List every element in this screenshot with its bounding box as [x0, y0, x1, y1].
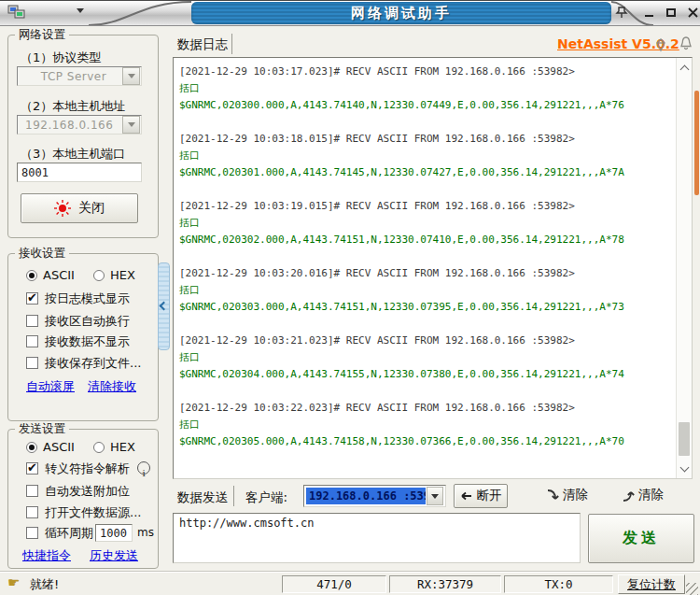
recv-settings-title: 接收设置	[15, 247, 69, 260]
rx-counter: RX:37379	[389, 575, 501, 593]
host-port-input[interactable]	[17, 163, 142, 182]
log-content: [2021-12-29 10:03:17.023]# RECV ASCII FR…	[174, 58, 677, 478]
log-scrollbar[interactable]	[676, 58, 692, 478]
chevron-down-icon	[431, 494, 439, 499]
log-entry: [2021-12-29 10:03:20.016]# RECV ASCII FR…	[179, 265, 671, 316]
chevron-left-icon	[160, 302, 169, 311]
send-hex-label: HEX	[110, 440, 135, 454]
disconnect-button[interactable]: 断开	[454, 484, 508, 508]
data-send-label: 数据发送	[177, 489, 228, 506]
send-ascii-radio[interactable]	[26, 442, 37, 453]
app-menu-arrow-icon[interactable]	[77, 8, 84, 13]
pin-icon[interactable]	[614, 5, 629, 23]
maximize-icon	[666, 8, 676, 17]
log-mode-label: 按日志模式显示	[45, 290, 130, 307]
protocol-type-label: （1）协议类型	[21, 50, 101, 66]
chevron-down-icon	[128, 74, 135, 78]
protocol-type-combobox: TCP Server	[17, 66, 142, 86]
log-mode-checkbox[interactable]	[26, 292, 38, 305]
tab-data-log[interactable]: 数据日志	[177, 36, 228, 53]
bell-icon[interactable]	[679, 35, 693, 55]
sendbar-separator	[233, 486, 234, 506]
auto-append-checkbox[interactable]	[26, 485, 38, 497]
titlebar[interactable]: 网络调试助手	[0, 1, 700, 26]
log-area[interactable]: [2021-12-29 10:03:17.023]# RECV ASCII FR…	[173, 57, 693, 479]
resize-grip[interactable]	[686, 583, 698, 595]
minimize-icon	[645, 15, 653, 17]
protocol-type-value: TCP Server	[18, 70, 122, 83]
network-settings-title: 网络设置	[15, 28, 69, 41]
file-source-label: 打开文件数据源...	[45, 504, 141, 521]
maximize-button[interactable]	[663, 4, 679, 21]
shortcut-cmd-link[interactable]: 快捷指令	[22, 547, 71, 564]
sidebar-collapse-splitter[interactable]	[158, 262, 170, 350]
log-entry: [2021-12-29 10:03:19.015]# RECV ASCII FR…	[179, 198, 671, 248]
ready-status-text: 就绪!	[30, 576, 59, 593]
scroll-up-button[interactable]	[677, 60, 692, 75]
tab-separator	[231, 34, 232, 54]
close-connection-button[interactable]: 关闭	[21, 193, 138, 223]
log-entry: [2021-12-29 10:03:21.023]# RECV ASCII FR…	[179, 333, 671, 383]
info-icon[interactable]	[137, 461, 150, 475]
left-arrow-icon	[460, 490, 473, 502]
netassist-window: 网络调试助手 网络设置 （1）协议类型 TCP Server （2）本地主机地址…	[0, 0, 700, 595]
orange-scroll-marker	[694, 91, 699, 195]
client-label: 客户端:	[245, 489, 287, 506]
packet-counter: 471/0	[282, 575, 386, 593]
clear-recv-button[interactable]: 清除	[546, 487, 588, 503]
ready-hand-icon	[7, 574, 20, 591]
escape-parse-label: 转义符指令解析	[45, 460, 130, 477]
reset-count-button[interactable]: 复位计数	[618, 574, 685, 594]
cycle-checkbox[interactable]	[26, 527, 38, 539]
minimize-button[interactable]	[640, 4, 657, 21]
status-lamp-icon	[54, 200, 71, 217]
app-icon[interactable]	[7, 5, 26, 25]
recv-hex-label: HEX	[110, 268, 135, 282]
send-hex-radio[interactable]	[93, 442, 105, 453]
save-to-file-label: 接收保存到文件...	[45, 355, 141, 372]
hide-recv-checkbox[interactable]	[26, 335, 38, 347]
auto-wrap-checkbox[interactable]	[26, 315, 38, 327]
clear-recv-label: 清除	[563, 487, 588, 503]
file-source-checkbox[interactable]	[26, 506, 38, 518]
escape-parse-checkbox[interactable]	[26, 462, 38, 475]
cycle-period-input[interactable]	[95, 524, 133, 542]
log-entry: [2021-12-29 10:03:22.023]# RECV ASCII FR…	[179, 400, 671, 450]
client-dropdown-button[interactable]	[427, 487, 443, 505]
auto-append-label: 自动发送附加位	[45, 483, 130, 500]
curved-up-arrow-icon	[622, 489, 635, 503]
statusbar: 就绪! 471/0 RX:37379 TX:0 复位计数	[0, 571, 700, 595]
host-address-combobox: 192.168.0.166	[17, 115, 142, 135]
clear-send-label: 清除	[638, 487, 664, 503]
host-address-value: 192.168.0.166	[18, 119, 122, 132]
recv-ascii-label: ASCII	[43, 268, 75, 282]
close-button[interactable]	[684, 4, 700, 21]
disconnect-label: 断开	[477, 488, 502, 504]
send-button[interactable]: 发送	[588, 514, 694, 563]
client-selected-value: 192.168.0.166 :53982	[306, 488, 426, 504]
history-send-link[interactable]: 历史发送	[90, 547, 138, 564]
curved-down-arrow-icon	[546, 489, 559, 503]
close-icon	[688, 7, 698, 18]
auto-scroll-link[interactable]: 自动滚屏	[26, 378, 75, 395]
scroll-down-button[interactable]	[677, 461, 692, 476]
client-combobox[interactable]: 192.168.0.166 :53982	[303, 485, 446, 507]
protocol-dropdown-button	[122, 67, 140, 85]
tx-counter: TX:0	[504, 575, 613, 593]
clear-recv-link[interactable]: 清除接收	[88, 378, 136, 395]
title-band: 网络调试助手	[191, 2, 611, 24]
send-input[interactable]: http://www.cmsoft.cn	[173, 513, 581, 563]
recv-ascii-radio[interactable]	[26, 270, 37, 281]
hide-recv-label: 接收数据不显示	[45, 333, 130, 350]
log-entry: [2021-12-29 10:03:17.023]# RECV ASCII FR…	[179, 64, 671, 114]
recv-hex-radio[interactable]	[93, 270, 105, 281]
cycle-label: 循环周期	[45, 525, 93, 542]
log-entry: [2021-12-29 10:03:18.015]# RECV ASCII FR…	[179, 131, 671, 181]
gem-icon[interactable]	[653, 38, 670, 56]
window-title: 网络调试助手	[351, 5, 452, 22]
chevron-down-icon	[128, 122, 135, 127]
chevron-down-icon	[679, 463, 689, 473]
save-to-file-checkbox[interactable]	[26, 357, 38, 369]
scrollbar-thumb[interactable]	[679, 422, 690, 456]
clear-send-button[interactable]: 清除	[622, 487, 664, 503]
